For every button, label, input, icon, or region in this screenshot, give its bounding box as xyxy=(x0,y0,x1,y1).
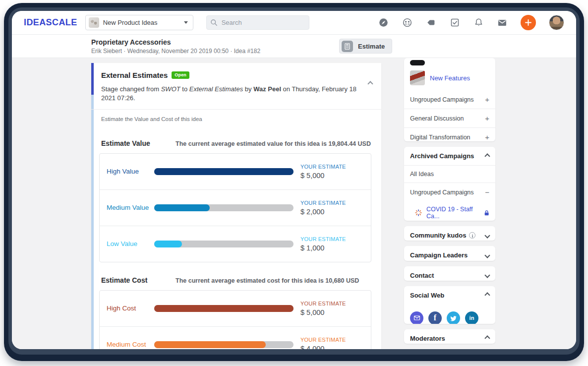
sidebar-item-digital-transformation[interactable]: Digital Transformation + xyxy=(404,127,495,141)
add-new-button[interactable] xyxy=(521,15,536,30)
email-share-icon[interactable] xyxy=(410,311,423,324)
chevron-down-icon xyxy=(484,252,490,258)
compass-icon[interactable] xyxy=(378,17,389,28)
lock-icon xyxy=(484,210,489,216)
estimate-row-low-value[interactable]: Low Value YOUR ESTIMATE $ 1,000 xyxy=(100,226,371,262)
twitter-icon[interactable] xyxy=(447,311,460,324)
idea-header: Proprietary Accessories Erik Siebert · W… xyxy=(12,35,576,58)
sidebar-item-label: Ungrouped Campaigns xyxy=(410,189,474,196)
campaign-leaders-title: Campaign Leaders xyxy=(410,251,468,259)
moderators-header[interactable]: Moderators xyxy=(404,329,495,344)
estimate-bar[interactable] xyxy=(154,241,294,247)
archived-campaigns-card: Archived Campaigns All Ideas Ungrouped C… xyxy=(404,147,495,221)
estimate-bar[interactable] xyxy=(154,341,294,348)
moderators-card: Moderators xyxy=(404,329,495,344)
search-input[interactable] xyxy=(206,15,309,30)
sidebar-item-label: General Discussion xyxy=(410,115,464,122)
social-web-header[interactable]: Social Web xyxy=(404,286,495,305)
estimate-value-title: Estimate Value xyxy=(101,139,176,147)
estimate-row-label: Medium Cost xyxy=(107,340,150,349)
user-avatar[interactable] xyxy=(549,15,564,30)
clipped-thumbnail xyxy=(410,60,425,65)
estimate-bar[interactable] xyxy=(154,168,294,175)
your-estimate-amount: $ 1,000 xyxy=(300,244,364,252)
sidebar-item-ungrouped-campaigns[interactable]: Ungrouped Campaigns + xyxy=(404,90,495,109)
community-selector[interactable]: New Product Ideas xyxy=(85,15,193,30)
community-kudos-header[interactable]: Community kudos xyxy=(404,226,495,241)
estimate-row-label: High Cost xyxy=(107,304,150,313)
campaign-leaders-card: Campaign Leaders xyxy=(404,246,495,260)
sidebar-item-general-discussion[interactable]: General Discussion + xyxy=(404,109,495,127)
chevron-up-icon xyxy=(484,336,490,341)
campaign-nav-card: New Features Ungrouped Campaigns + Gener… xyxy=(404,58,495,141)
calculator-icon xyxy=(342,41,353,52)
archived-campaigns-header[interactable]: Archived Campaigns xyxy=(404,147,495,165)
contact-header[interactable]: Contact xyxy=(404,266,495,281)
estimate-row-high-cost[interactable]: High Cost YOUR ESTIMATE $ 5,000 xyxy=(100,291,371,326)
estimate-bar[interactable] xyxy=(154,204,294,211)
community-selector-label: New Product Ideas xyxy=(103,19,184,26)
estimate-row-label: Medium Value xyxy=(107,203,150,212)
facebook-icon[interactable]: f xyxy=(428,311,442,324)
sidebar-item-archived-ungrouped[interactable]: Ungrouped Campaigns − xyxy=(404,183,495,201)
estimate-row-result: YOUR ESTIMATE $ 1,000 xyxy=(300,236,364,252)
estimate-cost-title: Estimate Cost xyxy=(101,276,176,284)
campaign-thumbnail xyxy=(410,70,425,85)
ideascale-logo: IDEASCALE xyxy=(24,17,77,28)
collapse-minus-icon[interactable]: − xyxy=(485,188,489,196)
status-badge: Open xyxy=(172,71,189,79)
your-estimate-amount: $ 5,000 xyxy=(300,308,364,316)
expand-plus-icon[interactable]: + xyxy=(485,95,489,104)
sidebar-item-covid19-campaign[interactable]: COVID 19 - Staff Ca... xyxy=(404,201,495,221)
your-estimate-label: YOUR ESTIMATE xyxy=(300,337,364,343)
stage-header: External Estimates Open Stage changed fr… xyxy=(91,63,381,110)
estimate-row-label: Low Value xyxy=(107,240,150,248)
social-icons-row: f in xyxy=(404,305,495,324)
topbar-icons xyxy=(378,15,564,30)
estimate-row-result: YOUR ESTIMATE $ 5,000 xyxy=(300,164,364,180)
chevron-down-icon xyxy=(184,21,188,24)
archived-campaigns-title: Archived Campaigns xyxy=(410,152,474,160)
device-frame: IDEASCALE New Product Ideas xyxy=(4,3,584,361)
chevron-up-icon xyxy=(484,153,490,159)
search-icon xyxy=(210,19,218,26)
expand-plus-icon[interactable]: + xyxy=(485,114,489,122)
estimate-value-header: Estimate Value The current average estim… xyxy=(91,128,381,153)
campaign-link-label: COVID 19 - Staff Ca... xyxy=(426,206,484,220)
estimate-row-medium-cost[interactable]: Medium Cost YOUR ESTIMATE $ 4,000 xyxy=(100,326,371,349)
estimate-row-result: YOUR ESTIMATE $ 2,000 xyxy=(300,200,364,216)
expand-plus-icon[interactable]: + xyxy=(485,133,489,141)
members-icon[interactable] xyxy=(402,17,412,28)
community-thumbnail xyxy=(89,17,99,28)
your-estimate-label: YOUR ESTIMATE xyxy=(300,236,364,242)
estimate-row-medium-value[interactable]: Medium Value YOUR ESTIMATE $ 2,000 xyxy=(100,189,371,226)
estimate-value-summary: The current average estimated value for … xyxy=(176,140,371,147)
estimate-bar[interactable] xyxy=(154,305,294,312)
stage-card: External Estimates Open Stage changed fr… xyxy=(91,63,381,349)
sidebar-item-all-ideas[interactable]: All Ideas xyxy=(404,165,495,183)
stage-title: External Estimates xyxy=(101,71,168,79)
your-estimate-amount: $ 4,000 xyxy=(300,345,364,349)
your-estimate-label: YOUR ESTIMATE xyxy=(300,164,364,170)
collapse-chevron-icon[interactable] xyxy=(368,79,372,88)
tag-icon[interactable] xyxy=(425,17,436,28)
tasks-checkbox-icon[interactable] xyxy=(449,17,460,28)
estimate-row-high-value[interactable]: High Value YOUR ESTIMATE $ 5,000 xyxy=(100,154,371,189)
community-kudos-card: Community kudos xyxy=(404,226,495,241)
linkedin-icon[interactable]: in xyxy=(465,311,478,324)
campaign-link-label: New Features xyxy=(430,74,470,82)
estimate-button[interactable]: Estimate xyxy=(339,39,392,54)
sidebar-item-label: Ungrouped Campaigns xyxy=(410,96,474,103)
chevron-up-icon xyxy=(484,293,490,298)
app-window: IDEASCALE New Product Ideas xyxy=(12,11,576,349)
idea-title: Proprietary Accessories xyxy=(91,38,260,46)
stage-accent-bar-light xyxy=(91,95,94,349)
notifications-bell-icon[interactable] xyxy=(473,17,484,28)
messages-mail-icon[interactable] xyxy=(497,17,508,28)
content-column: External Estimates Open Stage changed fr… xyxy=(91,63,381,349)
sidebar-item-label: Digital Transformation xyxy=(410,134,470,141)
campaign-leaders-header[interactable]: Campaign Leaders xyxy=(404,246,495,260)
sidebar-item-new-features[interactable]: New Features xyxy=(404,66,495,90)
right-sidebar: New Features Ungrouped Campaigns + Gener… xyxy=(404,58,495,349)
info-icon[interactable] xyxy=(469,232,475,239)
